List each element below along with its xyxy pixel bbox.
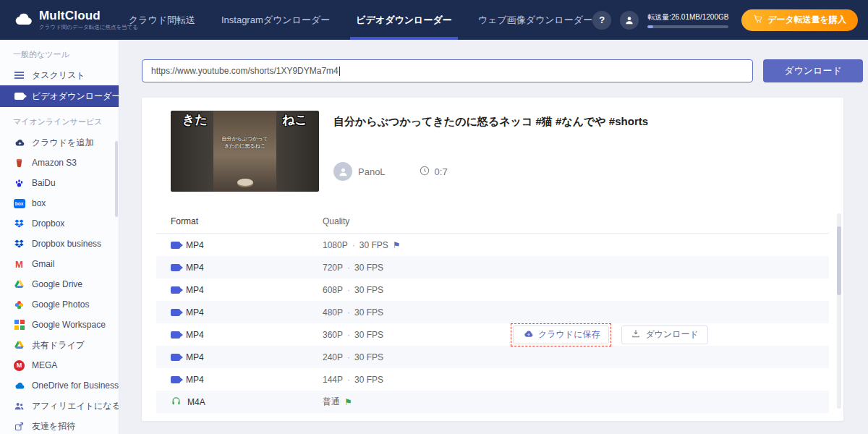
baidu-icon [13,177,25,190]
table-scrollbar-track[interactable] [837,213,841,409]
separator-dot: · [352,240,355,250]
sidebar-item-task-list[interactable]: タスクリスト [0,65,119,85]
fps-label: 30 FPS [354,263,383,273]
separator-dot: · [347,263,350,273]
sidebar-item-label: アフィリエイトになる [32,400,119,412]
format-row-1080p[interactable]: MP4 1080P · 30 FPS ⚑ [156,234,829,256]
save-to-cloud-highlight: クラウドに保存 [511,323,611,346]
sidebar-item-google-photos[interactable]: Google Photos [0,294,119,315]
sidebar-item-label: ビデオダウンローダー [32,90,119,103]
row-download-button[interactable]: ダウンロード [621,326,707,344]
sidebar-item-label: 友達を招待 [32,420,75,433]
sidebar-item-label: OneDrive for Business [32,380,119,391]
cloud-upload-icon [522,329,534,341]
audio-file-icon [171,396,182,409]
sidebar-item-shared-drive[interactable]: 共有ドライブ [0,335,119,355]
cart-icon [753,14,763,26]
sidebar-scrollbar[interactable] [115,141,118,217]
sidebar-item-label: Google Drive [32,279,82,289]
format-label: M4A [187,397,205,407]
format-row-480p[interactable]: MP4 480P · 30 FPS [156,301,829,323]
format-label: MP4 [186,307,204,318]
buy-traffic-button[interactable]: データ転送量を購入 [741,9,858,31]
quality-label: 720P [323,263,343,273]
sidebar-item-dropbox[interactable]: Dropbox [0,213,119,234]
video-thumbnail[interactable]: きた ねこ 自分からぶつかって きたのに怒るねこ [171,111,319,192]
format-row-144p[interactable]: MP4 144P · 30 FPS [156,368,829,391]
header-right: 転送量:26.01MB/1200GB データ転送量を購入 [592,9,868,31]
sidebar-item-google-workspace[interactable]: Google Workspace [0,315,119,335]
url-input[interactable]: https://www.youtube.com/shorts/1XY9DYMa7… [142,59,753,82]
google-drive-icon [13,278,25,291]
sidebar-item-onedrive-business[interactable]: OneDrive for Business [0,375,119,396]
gmail-icon [13,258,25,271]
format-row-608p[interactable]: MP4 608P · 30 FPS [156,278,829,301]
separator-dot: · [347,352,350,362]
fps-label: 30 FPS [354,307,383,318]
shared-drive-icon [13,339,25,352]
flag-icon: ⚑ [393,241,401,250]
sidebar-item-label: Amazon S3 [32,158,77,168]
result-card: きた ねこ 自分からぶつかって きたのに怒るねこ 自分からぶつかってきたのに怒る… [142,98,843,421]
sidebar-item-label: クラウドを追加 [32,137,93,149]
thumbnail-text-left: きた [182,111,208,128]
sidebar-item-box[interactable]: box [0,193,119,213]
author-avatar [333,162,352,181]
main-content: https://www.youtube.com/shorts/1XY9DYMa7… [120,40,868,434]
sidebar-item-label: Dropbox [32,218,64,229]
brand[interactable]: MultCloud クラウド間のデータ転送に焦点を当てる [0,9,119,30]
sidebar-item-label: BaiDu [32,178,56,188]
task-list-icon [13,69,25,82]
video-info: きた ねこ 自分からぶつかって きたのに怒るねこ 自分からぶつかってきたのに怒る… [171,111,814,192]
format-label: MP4 [186,240,204,250]
nav-video-downloader[interactable]: ビデオダウンローダー [356,0,451,40]
clock-icon [419,165,430,179]
sidebar-item-amazon-s3[interactable]: Amazon S3 [0,153,119,173]
sidebar-item-mega[interactable]: MEGA [0,355,119,375]
sidebar-item-label: 共有ドライブ [32,339,85,352]
sidebar-item-gmail[interactable]: Gmail [0,254,119,274]
sidebar-item-label: Dropbox business [32,239,101,249]
quality-label: 1080P [323,240,348,250]
invite-friends-icon [13,420,25,433]
affiliate-icon [13,400,25,412]
save-to-cloud-button[interactable]: クラウドに保存 [513,326,609,344]
sidebar-item-add-cloud[interactable]: クラウドを追加 [0,132,119,153]
video-file-icon [171,309,180,316]
sidebar-item-google-drive[interactable]: Google Drive [0,274,119,294]
video-file-icon [171,331,180,339]
sidebar-item-invite-friends[interactable]: 友達を招待 [0,416,119,434]
format-row-240p[interactable]: MP4 240P · 30 FPS [156,346,829,368]
sidebar-item-dropbox-business[interactable]: Dropbox business [0,234,119,254]
quality-label: 480P [323,307,343,318]
user-icon[interactable] [620,11,639,30]
format-label: MP4 [186,263,204,273]
buy-traffic-label: データ転送量を購入 [767,14,846,26]
video-file-icon [171,242,180,249]
sidebar-item-video-downloader[interactable]: ビデオダウンローダー [0,85,119,107]
format-row-720p[interactable]: MP4 720P · 30 FPS [156,256,829,278]
brand-tagline: クラウド間のデータ転送に焦点を当てる [39,25,138,30]
format-row-m4a[interactable]: M4A 普通 ⚑ [156,391,829,413]
format-row-360p[interactable]: MP4 360P · 30 FPS クラウドに保存 [156,323,829,346]
nav-cloud-transfer[interactable]: クラウド間転送 [129,0,195,40]
nav-web-image-downloader[interactable]: ウェブ画像ダウンローダー [478,0,592,40]
nav-instagram-downloader[interactable]: Instagramダウンローダー [221,0,330,40]
sidebar-item-label: Google Workspace [32,320,106,330]
fps-label: 30 FPS [359,240,388,250]
video-file-icon [171,264,180,271]
download-button[interactable]: ダウンロード [763,59,863,82]
box-icon [13,197,25,210]
sidebar-item-label: box [32,198,46,208]
table-scrollbar-thumb[interactable] [837,226,841,295]
download-icon [631,328,641,341]
sidebar-item-affiliate[interactable]: アフィリエイトになる [0,396,119,416]
onedrive-icon [13,380,25,392]
mega-icon [13,359,25,372]
url-row: https://www.youtube.com/shorts/1XY9DYMa7… [120,40,868,82]
transfer-usage-label: 転送量:26.01MB/1200GB [647,12,733,22]
google-workspace-icon [13,319,25,331]
format-label: MP4 [186,352,204,362]
help-icon[interactable] [592,11,611,30]
sidebar-item-baidu[interactable]: BaiDu [0,173,119,193]
